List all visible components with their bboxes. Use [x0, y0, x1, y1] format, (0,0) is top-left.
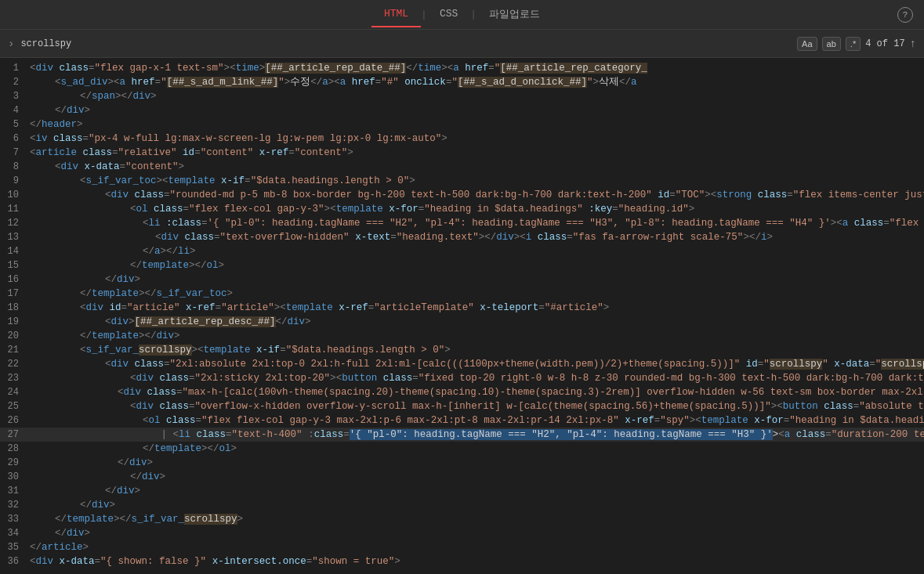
tab-css[interactable]: CSS [427, 2, 470, 27]
table-row: 22 <div class="2xl:absolute 2xl:top-0 2x… [0, 357, 924, 371]
table-row: 2 <s_ad_div><a href="[##_s_ad_m_link_##]… [0, 75, 924, 89]
table-row: 7 <article class="relative" id="content"… [0, 146, 924, 160]
table-row: 29 </div> [0, 456, 924, 470]
table-row: 30 </div> [0, 470, 924, 484]
search-controls: Aa ab .* 4 of 17 ↑ [797, 37, 916, 51]
table-row: 10 <div class="rounded-md p-5 mb-8 box-b… [0, 188, 924, 202]
table-row: 33 </template></s_if_var_scrollspy> [0, 512, 924, 526]
search-arrow-right[interactable]: › [8, 38, 14, 50]
table-row: 19 <div>[##_article_rep_desc_##]</div> [0, 315, 924, 329]
search-up-icon[interactable]: ↑ [910, 38, 916, 50]
table-row: 31 </div> [0, 484, 924, 498]
table-row: 5 </header> [0, 117, 924, 132]
tab-divider-2: | [470, 9, 476, 20]
table-row: 25 <div class="overflow-x-hidden overflo… [0, 399, 924, 413]
search-count: 4 of 17 [865, 38, 904, 49]
table-row: 18 <div id="article" x-ref="article"><te… [0, 301, 924, 315]
table-row: 28 </template></ol> [0, 442, 924, 456]
table-row: 23 <div class="2xl:sticky 2xl:top-20"><b… [0, 371, 924, 385]
match-case-button[interactable]: Aa [797, 37, 817, 51]
table-row: 26 <ol class="flex flex-col gap-y-3 max-… [0, 413, 924, 428]
tab-divider-1: | [421, 9, 427, 20]
search-bar: › scrollspy Aa ab .* 4 of 17 ↑ [0, 30, 924, 58]
tabs: HTML | CSS | 파일업로드 [371, 1, 553, 29]
tab-bar: HTML | CSS | 파일업로드 ? [0, 0, 924, 30]
table-row: 1 <div class="flex gap-x-1 text-sm"><tim… [0, 61, 924, 75]
table-row: 32 </div> [0, 498, 924, 512]
table-row: 35 </article> [0, 540, 924, 554]
table-row: 12 <li :class='{ "pl-0": heading.tagName… [0, 216, 924, 230]
table-row: 8 <div x-data="content"> [0, 160, 924, 174]
table-row: 34 </div> [0, 526, 924, 540]
table-row: 3 </span></div> [0, 89, 924, 103]
table-row: 16 </div> [0, 273, 924, 287]
table-row: 21 <s_if_var_scrollspy><template x-if="$… [0, 343, 924, 357]
use-regex-button[interactable]: .* [846, 37, 861, 51]
match-whole-button[interactable]: ab [822, 37, 841, 51]
table-row: 15 </template></ol> [0, 258, 924, 273]
table-row: 24 <div class="max-h-[calc(100vh-theme(s… [0, 385, 924, 399]
tab-html[interactable]: HTML [371, 2, 421, 27]
table-row: 4 </div> [0, 103, 924, 117]
tab-upload[interactable]: 파일업로드 [476, 1, 553, 29]
help-button[interactable]: ? [897, 7, 913, 23]
table-row: 6 <iv class="px-4 w-full lg:max-w-screen… [0, 132, 924, 146]
code-editor[interactable]: 1 <div class="flex gap-x-1 text-sm"><tim… [0, 58, 924, 574]
table-row: 36 <div x-data="{ shown: false }" x-inte… [0, 554, 924, 569]
table-row: 20 </template></div> [0, 329, 924, 343]
table-row: 11 <ol class="flex flex-col gap-y-3"><te… [0, 202, 924, 216]
table-row: 17 </template></s_if_var_toc> [0, 287, 924, 301]
search-term-label: scrollspy [20, 38, 71, 49]
table-row: 9 <s_if_var_toc><template x-if="$data.he… [0, 174, 924, 188]
table-row: 13 <div class="text-overflow-hidden" x-t… [0, 230, 924, 244]
table-row: 27 | <li class="text-h-400" :class='{ "p… [0, 428, 924, 442]
table-row: 14 </a></li> [0, 244, 924, 258]
